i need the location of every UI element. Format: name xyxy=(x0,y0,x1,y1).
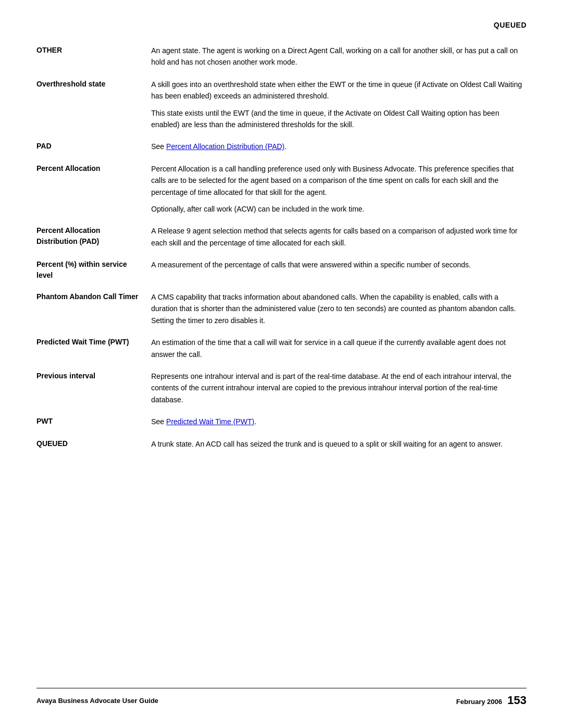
pwt-link[interactable]: Predicted Wait Time (PWT) xyxy=(166,417,254,426)
def-percent-within: A measurement of the percentage of calls… xyxy=(151,259,527,270)
def-phantom: A CMS capability that tracks information… xyxy=(151,291,527,326)
term-row-previous-interval: Previous interval Represents one intraho… xyxy=(36,371,527,405)
term-row-pwt-short: PWT See Predicted Wait Time (PWT). xyxy=(36,416,527,427)
term-percent-allocation: Percent Allocation xyxy=(36,163,151,174)
term-row-pad-full: Percent Allocation Distribution (PAD) A … xyxy=(36,225,527,249)
page: QUEUED OTHER An agent state. The agent i… xyxy=(0,0,563,728)
footer-page-number: 153 xyxy=(507,694,527,707)
term-queued: QUEUED xyxy=(36,438,151,449)
term-pwt: Predicted Wait Time (PWT) xyxy=(36,337,151,348)
def-percent-allocation: Percent Allocation is a call handling pr… xyxy=(151,163,527,215)
term-row-overthreshold: Overthreshold state A skill goes into an… xyxy=(36,79,527,131)
footer-date: February 2006 xyxy=(456,698,502,706)
term-row-percent-allocation: Percent Allocation Percent Allocation is… xyxy=(36,163,527,215)
content-area: OTHER An agent state. The agent is worki… xyxy=(36,45,527,672)
page-footer: Avaya Business Advocate User Guide Febru… xyxy=(36,688,527,707)
term-other: OTHER xyxy=(36,45,151,56)
term-row-phantom: Phantom Abandon Call Timer A CMS capabil… xyxy=(36,291,527,326)
def-pwt-short: See Predicted Wait Time (PWT). xyxy=(151,416,527,427)
def-pad-full: A Release 9 agent selection method that … xyxy=(151,225,527,249)
term-row-percent-within: Percent (%) within service level A measu… xyxy=(36,259,527,281)
def-pwt: An estimation of the time that a call wi… xyxy=(151,337,527,360)
def-previous-interval: Represents one intrahour interval and is… xyxy=(151,371,527,405)
term-percent-within: Percent (%) within service level xyxy=(36,259,151,281)
term-row-queued: QUEUED A trunk state. An ACD call has se… xyxy=(36,438,527,450)
term-previous-interval: Previous interval xyxy=(36,371,151,381)
term-pad-full: Percent Allocation Distribution (PAD) xyxy=(36,225,151,247)
term-row-other: OTHER An agent state. The agent is worki… xyxy=(36,45,527,68)
def-other: An agent state. The agent is working on … xyxy=(151,45,527,68)
term-overthreshold: Overthreshold state xyxy=(36,79,151,90)
def-overthreshold: A skill goes into an overthreshold state… xyxy=(151,79,527,131)
term-row-pad: PAD See Percent Allocation Distribution … xyxy=(36,141,527,152)
term-pwt-short: PWT xyxy=(36,416,151,427)
term-phantom: Phantom Abandon Call Timer xyxy=(36,291,151,302)
pad-link[interactable]: Percent Allocation Distribution (PAD) xyxy=(166,142,285,151)
term-pad: PAD xyxy=(36,141,151,152)
def-pad: See Percent Allocation Distribution (PAD… xyxy=(151,141,527,152)
header-title: QUEUED xyxy=(494,21,527,29)
term-row-pwt: Predicted Wait Time (PWT) An estimation … xyxy=(36,337,527,360)
footer-right: February 2006 153 xyxy=(456,694,527,707)
footer-guide-title: Avaya Business Advocate User Guide xyxy=(36,697,158,705)
def-queued: A trunk state. An ACD call has seized th… xyxy=(151,438,527,450)
page-header: QUEUED xyxy=(36,21,527,29)
